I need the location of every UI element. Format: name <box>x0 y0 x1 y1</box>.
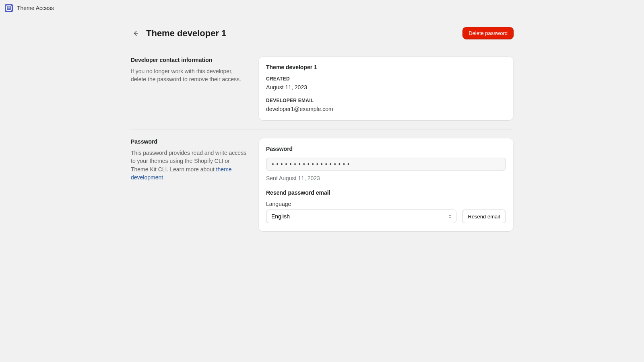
contact-card: Theme developer 1 CREATED August 11, 202… <box>259 57 513 120</box>
page: Theme developer 1 Delete password Develo… <box>131 16 513 256</box>
password-section-description: This password provides read and write ac… <box>131 149 248 181</box>
resend-email-button[interactable]: Resend email <box>462 210 506 223</box>
page-header: Theme developer 1 Delete password <box>131 27 513 39</box>
password-input[interactable] <box>266 158 506 171</box>
language-select[interactable]: English <box>266 210 456 223</box>
password-section-title: Password <box>131 138 248 145</box>
password-section: Password This password provides read and… <box>131 129 513 240</box>
contact-section-title: Developer contact information <box>131 57 248 63</box>
password-card-title: Password <box>266 146 506 152</box>
resend-heading: Resend password email <box>266 189 506 196</box>
language-label: Language <box>266 201 506 207</box>
developer-email-value: developer1@example.com <box>266 106 506 112</box>
password-sent-text: Sent August 11, 2023 <box>266 175 506 181</box>
contact-section: Developer contact information If you no … <box>131 48 513 129</box>
contact-section-description: If you no longer work with this develope… <box>131 67 248 84</box>
page-title: Theme developer 1 <box>146 28 226 39</box>
password-card: Password Sent August 11, 2023 Resend pas… <box>259 138 513 231</box>
app-icon <box>5 4 13 12</box>
delete-password-button[interactable]: Delete password <box>463 27 513 39</box>
topbar-title: Theme Access <box>17 5 54 11</box>
created-value: August 11, 2023 <box>266 84 506 90</box>
contact-card-name: Theme developer 1 <box>266 64 506 70</box>
created-label: CREATED <box>266 76 506 82</box>
back-button[interactable] <box>131 29 140 38</box>
topbar: Theme Access <box>0 0 644 16</box>
developer-email-label: DEVELOPER EMAIL <box>266 98 506 103</box>
